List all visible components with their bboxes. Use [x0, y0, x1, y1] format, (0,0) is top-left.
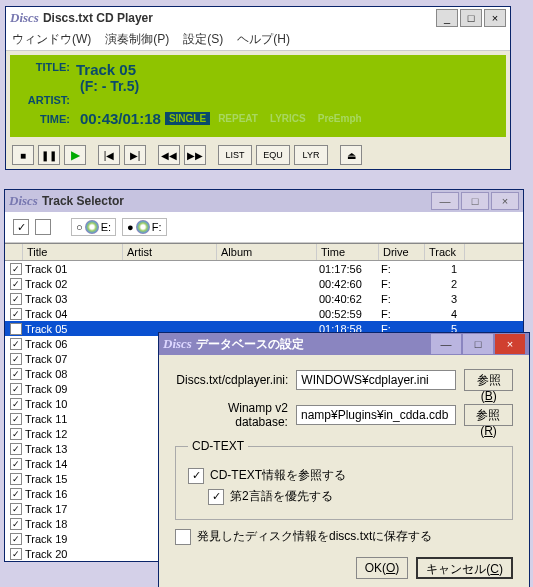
pause-button[interactable]: ❚❚: [38, 145, 60, 165]
track-checkbox[interactable]: ✓: [10, 308, 22, 320]
track-checkbox[interactable]: ✓: [10, 413, 22, 425]
cd-icon: [85, 220, 99, 234]
track-checkbox[interactable]: ✓: [10, 443, 22, 455]
window-title: データベースの設定: [196, 336, 431, 353]
track-checkbox[interactable]: ✓: [10, 323, 22, 335]
settings-titlebar[interactable]: Discs データベースの設定 — □ ×: [159, 333, 529, 355]
prev-track-button[interactable]: |◀: [98, 145, 120, 165]
menu-window[interactable]: ウィンドウ(W): [12, 31, 91, 48]
track-title: Track 05: [25, 323, 125, 335]
window-title: Discs.txt CD Player: [43, 11, 436, 25]
col-artist[interactable]: Artist: [123, 244, 217, 260]
col-track[interactable]: Track: [425, 244, 465, 260]
minimize-button[interactable]: _: [436, 9, 458, 27]
lyrics-badge: LYRICS: [266, 112, 310, 125]
eject-button[interactable]: ⏏: [340, 145, 362, 165]
selector-titlebar[interactable]: Discs Track Selector — □ ×: [5, 190, 523, 212]
track-number: 3: [427, 293, 467, 305]
col-title[interactable]: Title: [23, 244, 123, 260]
track-checkbox[interactable]: ✓: [10, 428, 22, 440]
uncheck-all-button[interactable]: [35, 219, 51, 235]
maximize-button[interactable]: □: [463, 334, 493, 354]
track-checkbox[interactable]: ✓: [10, 488, 22, 500]
single-badge: SINGLE: [165, 112, 210, 125]
browse-button-1[interactable]: 参照(B): [464, 369, 513, 391]
track-title: Track 11: [25, 413, 125, 425]
equ-button[interactable]: EQU: [256, 145, 290, 165]
track-checkbox[interactable]: ✓: [10, 503, 22, 515]
close-button[interactable]: ×: [495, 334, 525, 354]
track-checkbox[interactable]: ✓: [10, 263, 22, 275]
track-row[interactable]: ✓Track 0200:42:60F:2: [5, 276, 523, 291]
ok-button[interactable]: OK(O): [356, 557, 409, 579]
cdplayer-ini-input[interactable]: [296, 370, 456, 390]
track-checkbox[interactable]: ✓: [10, 383, 22, 395]
track-checkbox[interactable]: ✓: [10, 293, 22, 305]
close-button[interactable]: ×: [484, 9, 506, 27]
track-checkbox[interactable]: ✓: [10, 353, 22, 365]
track-checkbox[interactable]: ✓: [10, 518, 22, 530]
cancel-button[interactable]: キャンセル(C): [416, 557, 513, 579]
menu-settings[interactable]: 設定(S): [183, 31, 223, 48]
rewind-button[interactable]: ◀◀: [158, 145, 180, 165]
track-title: Track 07: [25, 353, 125, 365]
col-album[interactable]: Album: [217, 244, 317, 260]
stop-button[interactable]: ■: [12, 145, 34, 165]
drive-f-selector[interactable]: ●F:: [122, 218, 166, 236]
col-drive[interactable]: Drive: [379, 244, 425, 260]
track-checkbox[interactable]: ✓: [10, 533, 22, 545]
col-time[interactable]: Time: [317, 244, 379, 260]
menubar: ウィンドウ(W) 演奏制御(P) 設定(S) ヘルプ(H): [6, 29, 510, 51]
drive-e-selector[interactable]: ○E:: [71, 218, 116, 236]
cdtext-label: CD-TEXT情報を参照する: [210, 467, 346, 484]
lyr-button[interactable]: LYR: [294, 145, 328, 165]
check-all-button[interactable]: ✓: [13, 219, 29, 235]
cdtext-checkbox[interactable]: ✓: [188, 468, 204, 484]
list-button[interactable]: LIST: [218, 145, 252, 165]
track-time: 01:17:56: [319, 263, 381, 275]
track-checkbox[interactable]: ✓: [10, 338, 22, 350]
track-checkbox[interactable]: ✓: [10, 398, 22, 410]
track-time: 00:52:59: [319, 308, 381, 320]
menu-playback[interactable]: 演奏制御(P): [105, 31, 169, 48]
track-time: 00:42:60: [319, 278, 381, 290]
play-button[interactable]: ▶: [64, 145, 86, 165]
title-label: TITLE:: [20, 61, 76, 78]
minimize-button[interactable]: —: [431, 334, 461, 354]
time-label: TIME:: [20, 113, 76, 125]
minimize-button[interactable]: —: [431, 192, 459, 210]
repeat-badge: REPEAT: [214, 112, 262, 125]
track-title: Track 06: [25, 338, 125, 350]
track-checkbox[interactable]: ✓: [10, 548, 22, 560]
track-checkbox[interactable]: ✓: [10, 458, 22, 470]
track-number: 1: [427, 263, 467, 275]
track-row[interactable]: ✓Track 0300:40:62F:3: [5, 291, 523, 306]
track-title: Track 02: [25, 278, 125, 290]
forward-button[interactable]: ▶▶: [184, 145, 206, 165]
track-title: Track 20: [25, 548, 125, 560]
cdplayer-ini-label: Discs.txt/cdplayer.ini:: [175, 373, 288, 387]
player-titlebar[interactable]: Discs Discs.txt CD Player _ □ ×: [6, 7, 510, 29]
track-checkbox[interactable]: ✓: [10, 278, 22, 290]
winamp-db-label: Winamp v2 database:: [175, 401, 288, 429]
save-discs-checkbox[interactable]: [175, 529, 191, 545]
track-checkbox[interactable]: ✓: [10, 368, 22, 380]
track-number: 2: [427, 278, 467, 290]
track-checkbox[interactable]: ✓: [10, 473, 22, 485]
track-row[interactable]: ✓Track 0101:17:56F:1: [5, 261, 523, 276]
cd-player-window: Discs Discs.txt CD Player _ □ × ウィンドウ(W)…: [5, 6, 511, 170]
track-drive: F:: [381, 293, 427, 305]
browse-button-2[interactable]: 参照(R): [464, 404, 513, 426]
menu-help[interactable]: ヘルプ(H): [237, 31, 290, 48]
track-drive: F:: [381, 308, 427, 320]
close-button[interactable]: ×: [491, 192, 519, 210]
database-settings-dialog: Discs データベースの設定 — □ × Discs.txt/cdplayer…: [158, 332, 530, 587]
track-row[interactable]: ✓Track 0400:52:59F:4: [5, 306, 523, 321]
maximize-button[interactable]: □: [460, 9, 482, 27]
winamp-db-input[interactable]: [296, 405, 456, 425]
track-title: Track 13: [25, 443, 125, 455]
maximize-button[interactable]: □: [461, 192, 489, 210]
lang2-checkbox[interactable]: ✓: [208, 489, 224, 505]
next-track-button[interactable]: ▶|: [124, 145, 146, 165]
track-title: Track 12: [25, 428, 125, 440]
